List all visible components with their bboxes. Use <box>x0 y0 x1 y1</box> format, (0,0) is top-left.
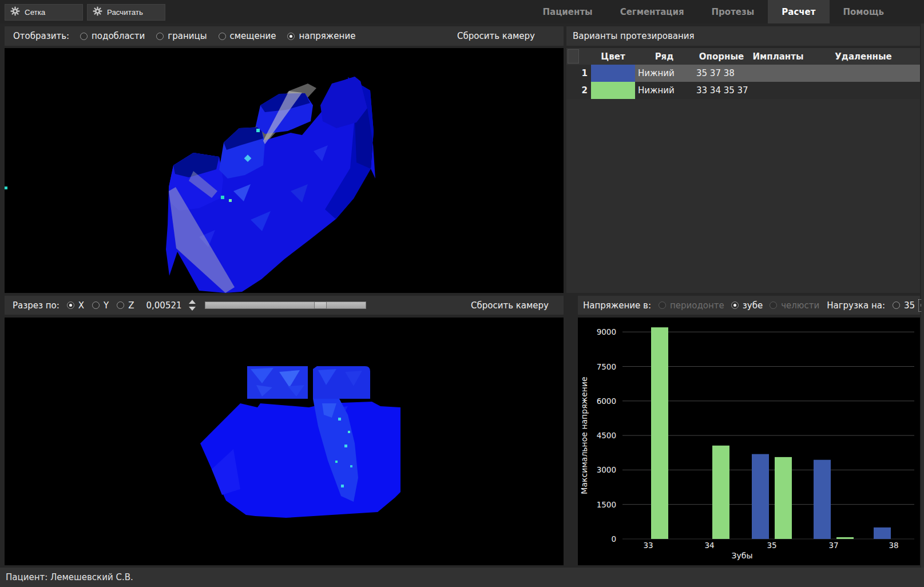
spinner-down-icon[interactable] <box>189 307 196 311</box>
y-tick-label: 9000 <box>597 327 616 336</box>
stress-speck <box>229 199 232 202</box>
cell-removed[interactable] <box>807 65 920 82</box>
stress-speck <box>5 187 7 189</box>
variants-panel-title: Варианты протезирования <box>573 31 695 41</box>
radio-label: границы <box>168 31 207 41</box>
radio-label: Z <box>128 300 134 311</box>
section-slider[interactable] <box>205 302 366 309</box>
tab-Помощь[interactable]: Помощь <box>830 0 898 23</box>
slider-handle[interactable] <box>314 302 327 309</box>
load-tooth-radiogroup: 353638 <box>891 300 924 311</box>
radio-icon[interactable] <box>156 33 164 40</box>
x-axis-title: Зубы <box>732 551 753 560</box>
tab-Сегментация[interactable]: Сегментация <box>606 0 698 23</box>
x-tick-label: 35 <box>767 541 776 550</box>
cell-supports[interactable]: 35 37 38 <box>693 65 749 82</box>
radio-icon[interactable] <box>219 33 226 40</box>
cell-implants[interactable] <box>749 82 807 99</box>
table-corner-box <box>568 49 579 64</box>
cell-row[interactable]: Нижний <box>635 82 693 99</box>
cell-removed[interactable] <box>807 82 920 99</box>
stress-speck <box>256 129 260 132</box>
y-axis-title: Максимальное напряжение <box>580 376 589 494</box>
value-spinner[interactable] <box>189 300 196 311</box>
column-header-Опорные[interactable]: Опорные <box>693 48 749 65</box>
stress-speck <box>341 485 344 487</box>
stress-speck <box>335 461 338 463</box>
stress-location-radiogroup: периодонтезубечелюсти <box>657 300 821 311</box>
stress-option-челюсти: челюсти <box>768 300 821 311</box>
radio-icon[interactable] <box>117 302 124 309</box>
cell-row[interactable]: Нижний <box>635 65 693 82</box>
stress-speck <box>338 418 341 421</box>
status-bar: Пациент: Лемешевский С.В. <box>0 568 924 587</box>
radio-label: Y <box>104 300 109 311</box>
calculate-button-label: Расчитать <box>107 8 143 17</box>
stress-speck <box>348 431 350 433</box>
stress-chart: 01500300045006000750090003334353738ЗубыМ… <box>578 318 920 565</box>
column-header-Импланты[interactable]: Импланты <box>749 48 807 65</box>
stress-label: Напряжение в: <box>583 300 651 311</box>
axis-option-X[interactable]: X <box>65 300 86 311</box>
reset-camera-button-bottom[interactable]: Сбросить камеру <box>467 300 552 311</box>
main-tabs: ПациентыСегментацияПротезыРасчетПомощь <box>529 0 898 23</box>
gear-icon <box>10 6 20 18</box>
radio-label: периодонте <box>670 300 724 311</box>
radio-icon[interactable] <box>92 302 100 309</box>
axis-option-Z[interactable]: Z <box>115 300 136 311</box>
load-option-35[interactable]: 35 <box>891 300 917 311</box>
bar-38-s1 <box>874 527 891 539</box>
radio-icon[interactable] <box>80 33 88 40</box>
y-tick-label: 3000 <box>597 465 616 474</box>
display-mode-radiogroup: подобластиграницысмещениенапряжение <box>78 30 357 42</box>
radio-icon[interactable] <box>893 302 900 309</box>
bar-37-s2 <box>836 537 854 539</box>
variant-color-swatch[interactable] <box>591 82 635 99</box>
display-option-границы[interactable]: границы <box>154 30 208 42</box>
y-tick-label: 6000 <box>597 396 616 406</box>
variants-table: ЦветРядОпорныеИмплантыУдаленные1Нижний35… <box>566 48 920 99</box>
mesh-button-label: Сетка <box>25 8 45 17</box>
row-number: 2 <box>566 82 591 99</box>
y-tick-label: 4500 <box>597 431 616 440</box>
variant-color-cell[interactable] <box>591 82 635 99</box>
x-tick-label: 38 <box>889 541 898 550</box>
radio-icon[interactable] <box>731 302 739 309</box>
x-tick-label: 33 <box>643 541 653 550</box>
bar-35-s2 <box>775 457 792 539</box>
tab-Пациенты[interactable]: Пациенты <box>529 0 606 23</box>
tab-Протезы[interactable]: Протезы <box>698 0 768 23</box>
tab-Расчет[interactable]: Расчет <box>768 0 829 23</box>
table-corner-cell <box>566 48 591 65</box>
section-axis-radiogroup: XYZ <box>65 300 136 311</box>
variant-color-cell[interactable] <box>591 65 635 82</box>
cell-implants[interactable] <box>749 65 807 82</box>
column-header-Цвет[interactable]: Цвет <box>591 48 635 65</box>
column-header-Ряд[interactable]: Ряд <box>635 48 693 65</box>
3d-viewport-section[interactable] <box>5 318 564 565</box>
display-option-смещение[interactable]: смещение <box>217 30 278 42</box>
cell-supports[interactable]: 33 34 35 37 <box>693 82 749 99</box>
column-header-Удаленные[interactable]: Удаленные <box>807 48 920 65</box>
3d-viewport-perspective[interactable] <box>5 48 564 293</box>
section-toolbar: Разрез по: XYZ 0,00521 Сбросить камеру <box>5 296 564 315</box>
chart-background <box>578 318 920 565</box>
spinner-up-icon[interactable] <box>189 300 196 304</box>
calculate-button[interactable]: Расчитать <box>87 4 165 21</box>
section-label: Разрез по: <box>13 300 60 311</box>
radio-label: зубе <box>743 300 763 311</box>
radio-icon[interactable] <box>67 302 74 309</box>
axis-option-Y[interactable]: Y <box>90 300 110 311</box>
bar-35-s1 <box>752 454 769 539</box>
stress-option-периодонте: периодонте <box>657 300 726 311</box>
mesh-button[interactable]: Сетка <box>5 4 83 21</box>
display-option-подобласти[interactable]: подобласти <box>78 30 146 42</box>
radio-icon[interactable] <box>287 33 295 40</box>
radio-label: подобласти <box>92 31 145 41</box>
section-value: 0,00521 <box>146 300 181 311</box>
display-option-напряжение[interactable]: напряжение <box>285 30 357 42</box>
radio-label: X <box>78 300 84 311</box>
reset-camera-button-top[interactable]: Сбросить камеру <box>454 30 538 42</box>
stress-option-зубе[interactable]: зубе <box>729 300 764 311</box>
variant-color-swatch[interactable] <box>591 65 635 82</box>
